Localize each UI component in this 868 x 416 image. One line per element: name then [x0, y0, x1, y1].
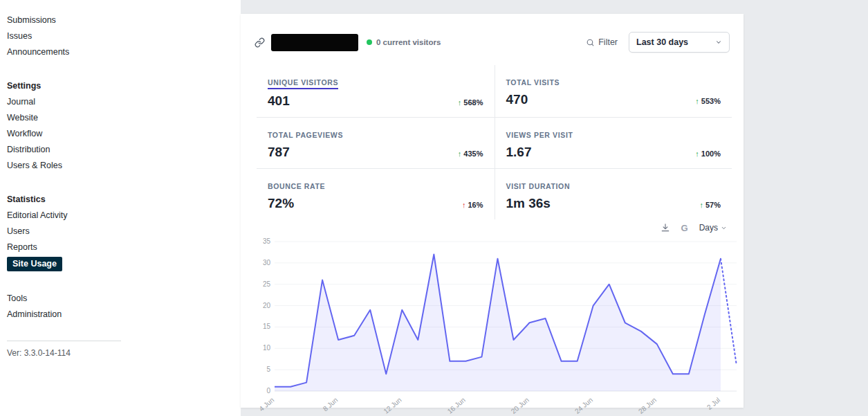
svg-text:15: 15	[263, 323, 271, 330]
sidebar-item-users-roles[interactable]: Users & Roles	[7, 158, 241, 174]
sidebar-item-distribution[interactable]: Distribution	[7, 142, 241, 158]
svg-text:28 Jun: 28 Jun	[637, 396, 658, 415]
stat-visit-duration[interactable]: VISIT DURATION1m 36s↑ 57%	[495, 168, 732, 219]
stat-change: ↑ 435%	[458, 150, 483, 158]
sidebar-item-editorial-activity[interactable]: Editorial Activity	[7, 208, 241, 224]
stat-change: ↑ 57%	[699, 201, 721, 209]
sidebar-item-journal[interactable]: Journal	[7, 94, 241, 110]
sidebar-item-website[interactable]: Website	[7, 110, 241, 126]
analytics-header: 0 current visitors Filter Last 30 days	[241, 14, 744, 53]
stat-value: 1m 36s	[506, 196, 551, 211]
sidebar-item-site-usage[interactable]: Site Usage	[7, 257, 62, 271]
svg-text:24 Jun: 24 Jun	[573, 396, 594, 415]
analytics-card: 0 current visitors Filter Last 30 days U…	[241, 14, 744, 408]
stat-change: ↑ 568%	[458, 98, 483, 107]
stat-value: 1.67	[506, 145, 532, 160]
current-visitors-label: 0 current visitors	[376, 38, 441, 46]
svg-text:5: 5	[266, 365, 270, 373]
svg-text:25: 25	[263, 280, 271, 288]
page: SubmissionsIssuesAnnouncementsSettingsJo…	[0, 0, 868, 416]
stat-value: 470	[506, 92, 528, 107]
stat-label: TOTAL PAGEVIEWS	[268, 131, 343, 139]
stat-bounce-rate[interactable]: BOUNCE RATE72%↑ 16%	[257, 168, 495, 219]
filter-button[interactable]: Filter	[586, 37, 618, 47]
svg-text:35: 35	[263, 237, 271, 245]
filter-label: Filter	[598, 37, 618, 47]
sidebar-group: StatisticsEditorial ActivityUsersReports…	[7, 192, 241, 273]
chart-area: 051015202530354 Jun8 Jun12 Jun16 Jun20 J…	[257, 235, 744, 416]
sidebar-item-workflow[interactable]: Workflow	[7, 126, 241, 142]
chart-toolbar: G Days	[241, 221, 727, 235]
sidebar-item-users[interactable]: Users	[7, 224, 241, 239]
live-dot-icon	[367, 39, 372, 45]
sidebar-group: SettingsJournalWebsiteWorkflowDistributi…	[7, 78, 241, 174]
stat-label: VIEWS PER VISIT	[506, 131, 573, 139]
stat-change: ↑ 553%	[695, 97, 721, 105]
svg-text:2 Jul: 2 Jul	[705, 396, 721, 411]
search-icon	[586, 38, 595, 47]
stat-change: ↑ 100%	[695, 150, 721, 158]
svg-text:12 Jun: 12 Jun	[382, 396, 403, 415]
chevron-down-icon	[715, 39, 722, 46]
stat-value: 787	[268, 145, 290, 160]
stat-value: 401	[268, 93, 290, 109]
stats-grid: UNIQUE VISITORS401↑ 568%TOTAL VISITS470↑…	[257, 65, 732, 219]
visitors-line-chart: 051015202530354 Jun8 Jun12 Jun16 Jun20 J…	[257, 235, 741, 416]
svg-text:4 Jun: 4 Jun	[257, 396, 275, 413]
date-range-select[interactable]: Last 30 days	[629, 32, 730, 53]
download-icon[interactable]	[661, 223, 670, 233]
svg-text:8 Jun: 8 Jun	[322, 396, 340, 413]
stat-label: BOUNCE RATE	[268, 182, 325, 190]
svg-text:10: 10	[263, 344, 271, 352]
sidebar-item-submissions[interactable]: Submissions	[7, 12, 241, 28]
site-name-redacted[interactable]	[271, 34, 358, 51]
sidebar: SubmissionsIssuesAnnouncementsSettingsJo…	[0, 0, 241, 416]
stat-unique-visitors[interactable]: UNIQUE VISITORS401↑ 568%	[257, 65, 495, 117]
sidebar-item-tools[interactable]: Tools	[7, 291, 241, 307]
sidebar-section-header-settings: Settings	[7, 78, 241, 94]
google-icon[interactable]: G	[681, 223, 688, 233]
stat-label: VISIT DURATION	[506, 182, 571, 190]
sidebar-item-issues[interactable]: Issues	[7, 28, 241, 44]
sidebar-group: SubmissionsIssuesAnnouncements	[7, 12, 241, 60]
stat-change: ↑ 16%	[462, 201, 483, 209]
svg-text:20: 20	[263, 302, 271, 309]
stat-total-visits[interactable]: TOTAL VISITS470↑ 553%	[495, 65, 732, 117]
sidebar-divider	[7, 341, 121, 341]
svg-text:20 Jun: 20 Jun	[510, 396, 530, 415]
sidebar-item-reports[interactable]: Reports	[7, 239, 241, 255]
interval-select[interactable]: Days	[699, 223, 727, 233]
sidebar-group: ToolsAdministration	[7, 291, 241, 323]
svg-text:0: 0	[266, 387, 270, 395]
sidebar-section-header-statistics: Statistics	[7, 192, 241, 208]
current-visitors: 0 current visitors	[367, 38, 441, 46]
stat-total-pageviews[interactable]: TOTAL PAGEVIEWS787↑ 435%	[257, 117, 495, 168]
svg-text:30: 30	[263, 259, 271, 266]
sidebar-item-announcements[interactable]: Announcements	[7, 44, 241, 60]
sidebar-item-administration[interactable]: Administration	[7, 307, 241, 323]
stat-value: 72%	[268, 196, 294, 211]
version-label: Ver: 3.3.0-14-114	[7, 348, 241, 358]
interval-value: Days	[699, 223, 718, 233]
stat-label: UNIQUE VISITORS	[268, 78, 338, 89]
link-icon[interactable]	[255, 37, 265, 48]
stat-label: TOTAL VISITS	[506, 78, 560, 87]
chevron-down-icon	[721, 225, 727, 231]
date-range-value: Last 30 days	[636, 37, 688, 47]
svg-text:16 Jun: 16 Jun	[446, 396, 467, 415]
stat-views-per-visit[interactable]: VIEWS PER VISIT1.67↑ 100%	[495, 117, 732, 168]
